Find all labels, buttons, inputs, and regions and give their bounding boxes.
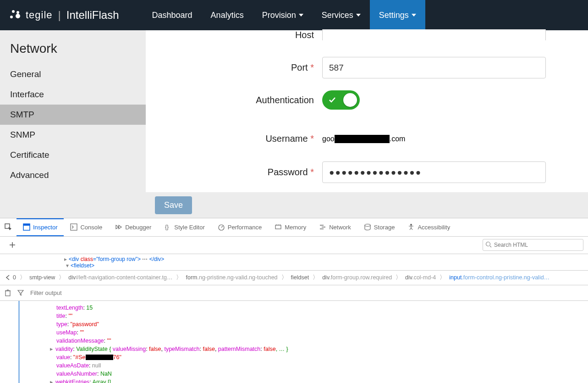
tab-accessibility[interactable]: Accessibility <box>401 218 456 236</box>
filter-icon[interactable] <box>17 289 24 296</box>
breadcrumb-prev-icon[interactable] <box>3 275 13 280</box>
sidebar-item-interface[interactable]: Interface <box>0 84 146 105</box>
top-navbar: tegile | IntelliFlash Dashboard Analytic… <box>0 0 588 30</box>
svg-marker-0 <box>299 14 303 17</box>
breadcrumb-item-selected[interactable]: input.form-control.ng-pristine.ng-valid… <box>449 274 550 281</box>
devtools-tabs: Inspector Console Debugger {}Style Edito… <box>0 218 588 237</box>
nav-analytics[interactable]: Analytics <box>202 0 253 30</box>
nav-provision[interactable]: Provision <box>253 0 313 30</box>
collapse-icon[interactable]: ▾ <box>66 262 71 269</box>
devtools-toolbar <box>0 237 588 254</box>
toggle-knob <box>343 93 357 107</box>
brand: tegile | IntelliFlash <box>0 9 129 22</box>
host-input[interactable] <box>322 29 546 40</box>
username-label: Username <box>265 133 308 144</box>
devtools-panel: Inspector Console Debugger {}Style Edito… <box>0 218 588 383</box>
content-area: Host Port * Authentication Username * <box>146 30 588 218</box>
element-picker-icon[interactable] <box>0 223 16 231</box>
breadcrumb-item[interactable]: fieldset <box>291 274 309 281</box>
tab-console[interactable]: Console <box>64 218 109 236</box>
tab-storage[interactable]: Storage <box>357 218 401 236</box>
save-bar: Save <box>146 192 588 218</box>
breadcrumb-root[interactable]: 0 <box>13 274 16 281</box>
breadcrumb-item[interactable]: div.col-md-4 <box>405 274 436 281</box>
tab-memory[interactable]: Memory <box>268 218 313 236</box>
style-icon: {} <box>164 223 171 231</box>
form-group-password: Password * <box>146 161 579 183</box>
memory-icon <box>275 223 282 231</box>
svg-line-10 <box>221 226 223 228</box>
expand-icon[interactable]: ▸ <box>50 345 55 353</box>
port-input[interactable] <box>322 57 546 78</box>
breadcrumb-item[interactable]: div#left-navigation-content-container.tg… <box>68 274 172 281</box>
nav-items: Dashboard Analytics Provision Services S… <box>143 0 425 30</box>
tab-performance[interactable]: Performance <box>211 218 268 236</box>
sidebar-item-smtp[interactable]: SMTP <box>0 105 146 125</box>
svg-marker-2 <box>412 14 416 17</box>
required-asterisk: * <box>310 62 314 72</box>
svg-marker-27 <box>18 290 23 295</box>
dom-tree-snippet[interactable]: ▸<div class="form-group row"> ⋯ </div> ▾… <box>0 254 588 271</box>
host-label: Host <box>295 30 314 40</box>
accessibility-icon <box>407 223 415 231</box>
performance-icon <box>218 223 225 231</box>
sidebar-item-certificate[interactable]: Certificate <box>0 145 146 165</box>
password-label: Password <box>268 167 308 177</box>
required-asterisk: * <box>310 133 314 144</box>
search-html-wrap <box>483 239 583 251</box>
breadcrumb-item[interactable]: smtp-view <box>29 274 55 281</box>
debugger-icon <box>115 224 122 230</box>
expand-icon[interactable]: ▸ <box>64 256 69 262</box>
sidebar-item-general[interactable]: General <box>0 64 146 84</box>
brand-product: IntelliFlash <box>66 9 119 22</box>
breadcrumb-bar: 0 〉 smtp-view 〉 div#left-navigation-cont… <box>0 271 588 285</box>
main-area: Network General Interface SMTP SNMP Cert… <box>0 30 588 218</box>
username-input[interactable]: goo.com <box>322 128 546 150</box>
svg-point-19 <box>410 224 412 226</box>
redacted-text <box>86 355 113 360</box>
sidebar-title: Network <box>0 38 146 64</box>
svg-point-18 <box>365 224 370 227</box>
svg-text:{}: {} <box>165 224 169 230</box>
nav-dashboard[interactable]: Dashboard <box>143 0 202 30</box>
form-group-port: Port * <box>146 57 579 78</box>
network-icon <box>319 223 326 231</box>
tab-style-editor[interactable]: {}Style Editor <box>158 218 211 236</box>
svg-rect-6 <box>23 224 30 226</box>
password-input[interactable] <box>322 161 546 183</box>
sidebar-item-advanced[interactable]: Advanced <box>0 165 146 185</box>
auth-toggle[interactable] <box>322 90 360 110</box>
chevron-down-icon <box>356 14 361 17</box>
sidebar-item-snmp[interactable]: SNMP <box>0 125 146 145</box>
save-button[interactable]: Save <box>155 196 192 214</box>
svg-point-22 <box>486 242 490 246</box>
object-dump[interactable]: textLength: 15 title: "" type: "password… <box>18 301 588 383</box>
breadcrumb-item[interactable]: div.form-group.row.required <box>322 274 392 281</box>
tab-debugger[interactable]: Debugger <box>109 218 158 236</box>
svg-rect-24 <box>5 291 10 296</box>
form-group-host: Host <box>146 29 579 40</box>
expand-icon[interactable]: ▸ <box>50 378 55 383</box>
storage-icon <box>364 223 371 231</box>
brand-logo-icon <box>10 9 22 21</box>
filter-output-input[interactable] <box>30 289 168 296</box>
tab-inspector[interactable]: Inspector <box>16 218 64 236</box>
nav-settings[interactable]: Settings <box>370 0 425 30</box>
nav-services[interactable]: Services <box>313 0 370 30</box>
breadcrumb-item[interactable]: form.ng-pristine.ng-valid.ng-touched <box>186 274 277 281</box>
console-toolbar <box>0 285 588 301</box>
new-node-icon[interactable] <box>5 242 20 248</box>
search-html-input[interactable] <box>483 239 583 251</box>
brand-separator: | <box>58 9 61 22</box>
redacted-text <box>335 135 390 143</box>
form-group-username: Username * goo.com <box>146 128 579 150</box>
chevron-down-icon <box>412 14 416 17</box>
search-icon <box>485 241 492 248</box>
svg-rect-11 <box>275 225 281 229</box>
form-group-auth: Authentication <box>146 90 579 110</box>
port-label: Port <box>291 62 308 72</box>
tab-network[interactable]: Network <box>313 218 357 236</box>
clear-console-icon[interactable] <box>5 289 11 296</box>
brand-name: tegile <box>26 9 53 21</box>
svg-marker-1 <box>356 14 361 17</box>
